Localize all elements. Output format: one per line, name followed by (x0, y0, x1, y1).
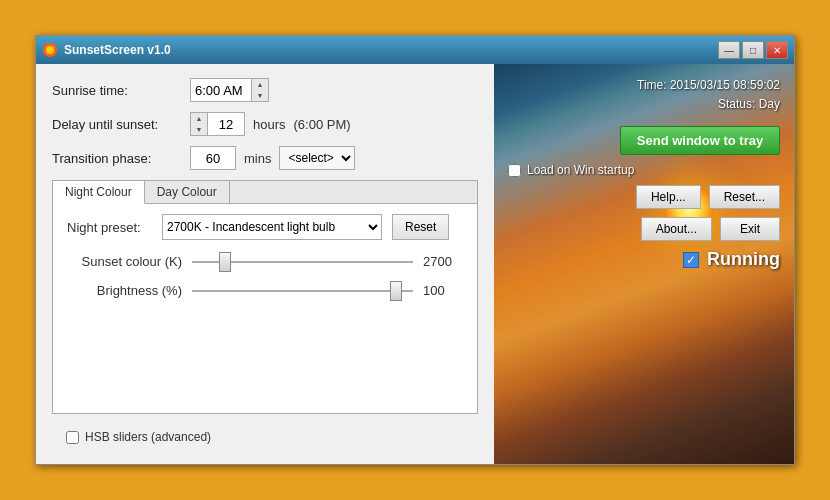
title-bar-left: SunsetScreen v1.0 (42, 42, 171, 58)
content-area: Sunrise time: ▲ ▼ Delay until sunset: ▲ … (36, 64, 794, 464)
reset-button[interactable]: Reset... (709, 185, 780, 209)
sunrise-input-group: ▲ ▼ (190, 78, 269, 102)
transition-input-group (190, 146, 236, 170)
tab-night[interactable]: Night Colour (53, 181, 145, 204)
right-controls: Time: 2015/03/15 08:59:02 Status: Day Se… (494, 64, 794, 282)
delay-spin: ▲ ▼ (191, 113, 208, 135)
svg-point-1 (46, 46, 54, 54)
delay-label: Delay until sunset: (52, 117, 182, 132)
preset-label: Night preset: (67, 220, 152, 235)
action-buttons-row: Help... Reset... (636, 185, 780, 209)
preset-select[interactable]: 2700K - Incandescent light bulb 3400K - … (162, 214, 382, 240)
sunset-slider-track[interactable] (192, 261, 413, 263)
delay-input-group: ▲ ▼ (190, 112, 245, 136)
transition-unit: mins (244, 151, 271, 166)
exit-button[interactable]: Exit (720, 217, 780, 241)
about-button[interactable]: About... (641, 217, 712, 241)
running-checkbox[interactable]: ✓ (683, 252, 699, 268)
brightness-slider-label: Brightness (%) (67, 283, 182, 298)
delay-up-button[interactable]: ▲ (191, 113, 207, 124)
tab-day[interactable]: Day Colour (145, 181, 230, 203)
transition-input[interactable] (191, 147, 235, 169)
delay-unit: hours (253, 117, 286, 132)
close-button[interactable]: ✕ (766, 41, 788, 59)
about-exit-row: About... Exit (641, 217, 780, 241)
hsb-row: HSB sliders (advanced) (52, 424, 478, 450)
app-icon (42, 42, 58, 58)
night-tab-content: Night preset: 2700K - Incandescent light… (53, 204, 477, 308)
transition-label: Transition phase: (52, 151, 182, 166)
tabs-container: Night Colour Day Colour Night preset: 27… (52, 180, 478, 414)
status-display: Status: Day (637, 95, 780, 114)
title-bar: SunsetScreen v1.0 — □ ✕ (36, 36, 794, 64)
sunrise-spin: ▲ ▼ (251, 79, 268, 101)
maximize-button[interactable]: □ (742, 41, 764, 59)
preset-row: Night preset: 2700K - Incandescent light… (67, 214, 463, 240)
sunset-slider-label: Sunset colour (K) (67, 254, 182, 269)
delay-row: Delay until sunset: ▲ ▼ hours (6:00 PM) (52, 112, 478, 136)
transition-select[interactable]: <select> Linear Ease (279, 146, 355, 170)
title-controls: — □ ✕ (718, 41, 788, 59)
time-display: Time: 2015/03/15 08:59:02 (637, 76, 780, 95)
time-status: Time: 2015/03/15 08:59:02 Status: Day (637, 76, 780, 114)
sunrise-input[interactable] (191, 79, 251, 101)
preset-reset-button[interactable]: Reset (392, 214, 449, 240)
running-row: ✓ Running (683, 249, 780, 270)
help-button[interactable]: Help... (636, 185, 701, 209)
load-startup-checkbox[interactable] (508, 164, 521, 177)
send-tray-button[interactable]: Send window to tray (620, 126, 780, 155)
delay-input[interactable] (208, 113, 244, 135)
sunrise-row: Sunrise time: ▲ ▼ (52, 78, 478, 102)
main-window: SunsetScreen v1.0 — □ ✕ Sunrise time: ▲ … (35, 35, 795, 465)
brightness-slider-thumb[interactable] (390, 281, 402, 301)
sunrise-up-button[interactable]: ▲ (252, 79, 268, 90)
transition-select-group: <select> Linear Ease (279, 146, 355, 170)
transition-row: Transition phase: mins <select> Linear E… (52, 146, 478, 170)
load-startup-row: Load on Win startup (508, 163, 634, 177)
right-panel: Time: 2015/03/15 08:59:02 Status: Day Se… (494, 64, 794, 464)
tab-bar: Night Colour Day Colour (53, 181, 477, 204)
brightness-slider-track[interactable] (192, 290, 413, 292)
sunset-slider-value: 2700 (423, 254, 463, 269)
sunset-slider-row: Sunset colour (K) 2700 (67, 254, 463, 269)
brightness-slider-value: 100 (423, 283, 463, 298)
minimize-button[interactable]: — (718, 41, 740, 59)
window-title: SunsetScreen v1.0 (64, 43, 171, 57)
delay-hint: (6:00 PM) (294, 117, 351, 132)
running-label: Running (707, 249, 780, 270)
hsb-label[interactable]: HSB sliders (advanced) (85, 430, 211, 444)
sunrise-label: Sunrise time: (52, 83, 182, 98)
load-startup-label[interactable]: Load on Win startup (527, 163, 634, 177)
sunset-slider-thumb[interactable] (219, 252, 231, 272)
sunrise-down-button[interactable]: ▼ (252, 90, 268, 101)
brightness-slider-row: Brightness (%) 100 (67, 283, 463, 298)
hsb-checkbox[interactable] (66, 431, 79, 444)
left-panel: Sunrise time: ▲ ▼ Delay until sunset: ▲ … (36, 64, 494, 464)
delay-down-button[interactable]: ▼ (191, 124, 207, 135)
